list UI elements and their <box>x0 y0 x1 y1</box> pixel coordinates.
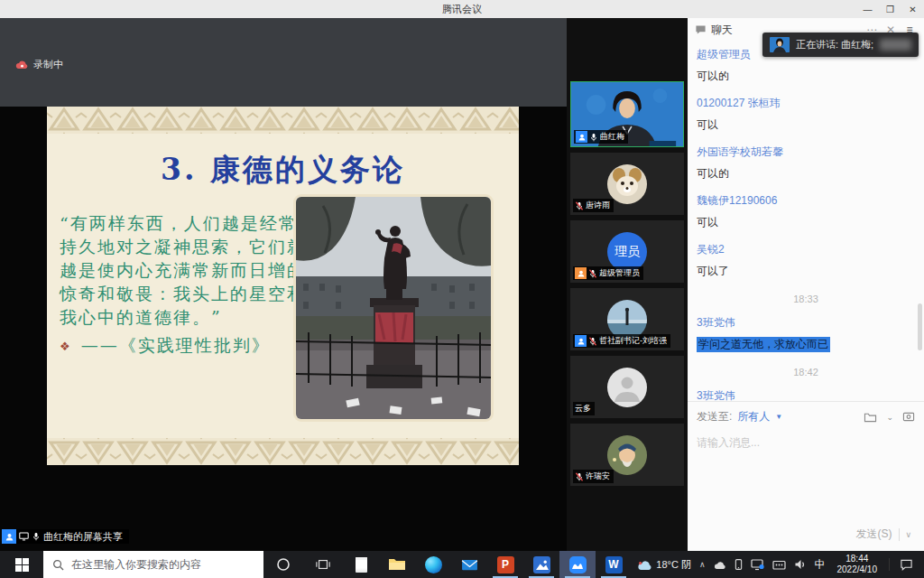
dog-avatar <box>607 164 647 204</box>
chat-title: 聊天 <box>711 23 733 38</box>
powerpoint-icon: P <box>497 556 514 573</box>
send-file-icon[interactable] <box>864 411 877 423</box>
chat-scrollbar[interactable] <box>918 303 922 350</box>
participant-label: 超级管理员 <box>573 266 643 280</box>
taskbar-app-powerpoint[interactable]: P <box>487 551 523 578</box>
chat-input[interactable]: 请输入消息... <box>697 435 915 451</box>
chat-sender-name: 3班党伟 <box>697 388 915 401</box>
participant-tile[interactable]: 许瑞安 <box>570 424 684 486</box>
chat-message: 3班党伟学问之道无他，求放心而已 <box>697 315 915 352</box>
mic-icon <box>589 133 598 142</box>
mic-icon <box>32 532 41 541</box>
send-to-select[interactable]: 所有人 <box>737 409 770 424</box>
slide-citation: ❖ ——《实践理性批判》 <box>60 334 271 358</box>
start-button[interactable] <box>0 551 43 578</box>
default-avatar <box>607 368 647 407</box>
member-icon <box>575 335 587 347</box>
participant-label: 许瑞安 <box>573 470 614 483</box>
screen-icon <box>19 532 29 541</box>
participant-tile[interactable]: 理员 超级管理员 <box>570 220 684 283</box>
send-button[interactable]: 发送(S) <box>848 525 899 544</box>
chat-message-text: 可以 <box>697 118 718 131</box>
task-view-icon <box>316 558 330 571</box>
taskbar-app-photos[interactable] <box>523 551 559 578</box>
ime-language-indicator[interactable]: 中 <box>815 557 826 573</box>
chat-message-text: 可以了 <box>697 265 729 277</box>
participant-tile[interactable]: 曲红梅 <box>570 81 684 147</box>
phone-link-icon[interactable] <box>735 558 743 571</box>
edge-icon <box>425 556 442 573</box>
notepad-icon <box>356 557 367 573</box>
participant-name: 超级管理员 <box>599 267 640 279</box>
chat-message: 外国语学校胡若馨可以的 <box>697 144 915 182</box>
share-label-text: 曲红梅的屏幕共享 <box>43 530 123 544</box>
recording-label: 录制中 <box>33 58 63 71</box>
participant-name: 哲社副书记-刘培强 <box>599 335 667 347</box>
participant-tile[interactable]: 唐诗雨 <box>570 153 684 215</box>
taskbar-app-mail[interactable] <box>451 551 487 578</box>
send-to-label: 发送至: <box>697 409 732 424</box>
chat-timestamp: 18:33 <box>697 294 915 304</box>
taskbar-app-edge[interactable] <box>415 551 451 578</box>
slide-quote: “有两样东西，人们越是经常 持久地对之凝神思索，它们就 越是使内心充满常新而日增… <box>60 211 332 329</box>
speaking-toast: 正在讲话: 曲红梅; <box>762 33 919 57</box>
action-center-icon <box>900 558 913 571</box>
restore-button[interactable]: ❐ <box>879 0 901 18</box>
action-center-button[interactable] <box>889 558 922 571</box>
chat-sender-name: 外国语学校胡若馨 <box>697 144 915 160</box>
ime-toolbar-icon[interactable] <box>772 559 786 571</box>
chevron-down-icon[interactable]: ▼ <box>775 413 782 421</box>
onedrive-icon[interactable] <box>714 560 726 570</box>
participant-tile[interactable]: 云多 <box>570 356 684 418</box>
participant-label: 云多 <box>573 402 595 415</box>
slide-border-pattern <box>47 438 519 465</box>
participant-name: 曲红梅 <box>600 131 624 143</box>
member-icon <box>576 131 587 143</box>
speaker-icon[interactable] <box>794 559 807 570</box>
task-view-button[interactable] <box>303 551 343 578</box>
file-explorer-icon <box>388 557 406 572</box>
chat-message-text: 学问之道无他，求放心而已 <box>697 337 830 352</box>
taskbar-search-input[interactable]: 在这里输入你要搜索的内容 <box>43 551 263 578</box>
chevron-down-icon[interactable]: ⌄ <box>886 413 893 422</box>
send-options-chevron[interactable]: ∨ <box>899 528 917 541</box>
chat-panel: 聊天 ⋯ ✕ ≡ 超级管理员可以的01200127 张桓玮可以外国语学校胡若馨可… <box>688 18 924 551</box>
photos-icon <box>533 556 550 573</box>
window-title: 腾讯会议 <box>442 3 482 16</box>
screenshot-icon[interactable] <box>902 411 915 423</box>
weather-cloud-icon <box>637 559 652 571</box>
citation-text: ——《实践理性批判》 <box>81 334 271 358</box>
screen-share-area: 3. 康德的义务论 “有两样东西，人们越是经常 持久地对之凝神思索，它们就 越是… <box>0 107 567 551</box>
chat-message-text: 可以的 <box>697 70 729 82</box>
mic-muted-icon <box>575 472 584 481</box>
search-placeholder: 在这里输入你要搜索的内容 <box>71 557 201 573</box>
display-icon[interactable] <box>751 558 764 571</box>
weather-text: 18°C 阴 <box>656 558 691 572</box>
participant-label: 曲红梅 <box>574 130 628 144</box>
member-icon <box>575 267 587 279</box>
chat-message: 吴锐2可以了 <box>697 242 915 279</box>
taskbar-app-tencent-meeting[interactable] <box>559 551 596 578</box>
chat-sender-name: 3班党伟 <box>697 315 915 331</box>
cortana-button[interactable] <box>263 551 303 578</box>
speaking-toast-text: 正在讲话: 曲红梅; <box>796 38 873 51</box>
mic-muted-icon <box>588 269 597 278</box>
window-titlebar: 腾讯会议 — ❐ ✕ <box>0 0 924 18</box>
recording-status: 录制中 <box>14 58 63 71</box>
chat-message-text: 可以的 <box>697 167 729 180</box>
taskbar-clock[interactable]: 18:44 2022/4/10 <box>834 554 882 575</box>
hidden-icons-chevron[interactable]: ∧ <box>699 560 706 569</box>
taskbar: 在这里输入你要搜索的内容 <box>0 551 924 578</box>
participant-tile[interactable]: 哲社副书记-刘培强 <box>570 288 684 350</box>
taskbar-app-word[interactable]: W <box>596 551 632 578</box>
close-button[interactable]: ✕ <box>901 0 924 18</box>
taskbar-app-notepad[interactable] <box>343 551 379 578</box>
meeting-toolbar: 录制中 <box>0 18 567 107</box>
weather-widget[interactable]: 18°C 阴 <box>637 558 691 572</box>
clock-time: 18:44 <box>837 554 878 564</box>
minimize-button[interactable]: — <box>856 0 879 18</box>
cartoon-avatar <box>607 435 647 475</box>
chat-footer: 发送至: 所有人 ▼ ⌄ 请输入消息... 发送(S) ∨ <box>688 401 924 551</box>
participant-name: 云多 <box>575 403 591 415</box>
taskbar-app-file-explorer[interactable] <box>379 551 415 578</box>
